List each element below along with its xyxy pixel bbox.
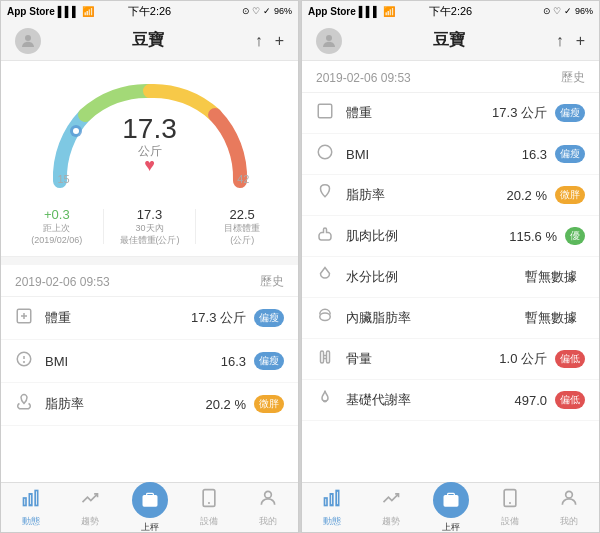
tab-profile-label-left: 我的 (259, 515, 277, 528)
svg-point-2 (73, 128, 79, 134)
bmi-value-left: 16.3 (221, 354, 246, 369)
health-item-right-1[interactable]: BMI 16.3 偏瘦 (302, 134, 599, 175)
status-time-left: 下午2:26 (128, 4, 171, 19)
nav-bar-right: 豆寶 ↑ + (302, 21, 599, 61)
gauge-max-label: 42 (237, 173, 249, 185)
status-time-right: 下午2:26 (429, 4, 472, 19)
muscle-icon-right (316, 225, 340, 247)
tab-profile-right[interactable]: 我的 (540, 488, 599, 528)
health-section-right: 體重 17.3 公斤 偏瘦 BMI 16.3 偏瘦 脂肪率 20.2 % 微胖 (302, 93, 599, 482)
tab-trend-left[interactable]: 趨勢 (60, 488, 119, 528)
share-icon-right[interactable]: ↑ (556, 32, 564, 50)
svg-point-20 (318, 145, 332, 159)
add-icon-right[interactable]: + (576, 32, 585, 50)
stat-item-0: +0.3 距上次(2019/02/06) (11, 207, 103, 246)
stat-label-2: 目標體重(公斤) (196, 223, 288, 246)
bmi-label-right: BMI (340, 147, 522, 162)
svg-rect-9 (23, 498, 26, 506)
health-item-right-5[interactable]: 內臟脂肪率 暫無數據 (302, 298, 599, 339)
svg-point-0 (25, 35, 31, 41)
nav-title-left: 豆寶 (132, 30, 164, 51)
bone-icon-right (316, 348, 340, 370)
visceral-value-right: 暫無數據 (525, 309, 577, 327)
health-item-right-7[interactable]: 基礎代謝率 497.0 偏低 (302, 380, 599, 421)
gauge-value: 17.3 公斤 (122, 115, 177, 160)
health-history-right: 歷史 (561, 69, 585, 86)
tab-activity-right[interactable]: 動態 (302, 488, 361, 528)
fat-value-left: 20.2 % (206, 397, 246, 412)
tab-scale-left[interactable]: 上秤 (120, 482, 179, 534)
stat-value-1: 17.3 (104, 207, 196, 222)
weight-label-left: 體重 (39, 309, 191, 327)
svg-point-32 (566, 491, 573, 498)
tab-bar-left: 動態 趨勢 上秤 設備 (1, 482, 298, 532)
svg-point-8 (24, 362, 25, 363)
tab-devices-right[interactable]: 設備 (480, 488, 539, 528)
bone-label-right: 骨量 (340, 350, 499, 368)
health-item-left-1[interactable]: BMI 16.3 偏瘦 (1, 340, 298, 383)
trend-icon-right (381, 488, 401, 513)
health-header-right: 2019-02-06 09:53 歷史 (302, 61, 599, 93)
tab-scale-label-right: 上秤 (442, 521, 460, 534)
scale-circle-left (132, 482, 168, 518)
left-phone: App Store ▌▌▌ 📶 下午2:26 ⊙ ♡ ✓ 96% 豆寶 ↑ + (0, 0, 299, 533)
svg-rect-19 (318, 104, 332, 118)
health-item-right-4[interactable]: 水分比例 暫無數據 (302, 257, 599, 298)
status-bar-left: App Store ▌▌▌ 📶 下午2:26 ⊙ ♡ ✓ 96% (1, 1, 298, 21)
visceral-icon-right (316, 307, 340, 329)
activity-icon-left (21, 488, 41, 513)
metabolism-label-right: 基礎代謝率 (340, 391, 514, 409)
weight-value-right: 17.3 公斤 (492, 104, 547, 122)
stat-item-1: 17.3 30天內最佳體重(公斤) (104, 207, 196, 246)
fat-value-right: 20.2 % (507, 188, 547, 203)
health-item-left-2[interactable]: 脂肪率 20.2 % 微胖 (1, 383, 298, 426)
nav-bar-left: 豆寶 ↑ + (1, 21, 298, 61)
gauge-number: 17.3 (122, 115, 177, 143)
tab-devices-left[interactable]: 設備 (179, 488, 238, 528)
signal-bars-left: ▌▌▌ (58, 6, 79, 17)
health-date-left: 2019-02-06 09:53 (15, 275, 110, 289)
svg-rect-26 (336, 490, 339, 505)
tab-profile-left[interactable]: 我的 (239, 488, 298, 528)
nav-icons-left: ↑ + (255, 32, 284, 50)
tab-activity-left[interactable]: 動態 (1, 488, 60, 528)
health-section-left: 2019-02-06 09:53 歷史 體重 17.3 公斤 偏瘦 BMI 16… (1, 265, 298, 482)
metabolism-badge-right: 偏低 (555, 391, 585, 409)
visceral-label-right: 內臟脂肪率 (340, 309, 525, 327)
status-bar-right: App Store ▌▌▌ 📶 下午2:26 ⊙ ♡ ✓ 96% (302, 1, 599, 21)
avatar-right[interactable] (316, 28, 342, 54)
gauge-min-label: 15 (58, 173, 70, 185)
tab-scale-right[interactable]: 上秤 (421, 482, 480, 534)
bmi-label-left: BMI (39, 354, 221, 369)
add-icon-left[interactable]: + (275, 32, 284, 50)
signal-bars-right: ▌▌▌ (359, 6, 380, 17)
health-item-right-2[interactable]: 脂肪率 20.2 % 微胖 (302, 175, 599, 216)
profile-icon-left (258, 488, 278, 513)
health-item-left-0[interactable]: 體重 17.3 公斤 偏瘦 (1, 297, 298, 340)
health-item-right-6[interactable]: 骨量 1.0 公斤 偏低 (302, 339, 599, 380)
battery-icons-left: ⊙ ♡ ✓ (242, 6, 271, 16)
muscle-label-right: 肌肉比例 (340, 227, 509, 245)
fat-badge-right: 微胖 (555, 186, 585, 204)
weight-label-right: 體重 (340, 104, 492, 122)
svg-rect-10 (29, 493, 32, 505)
avatar-left[interactable] (15, 28, 41, 54)
stat-label-0: 距上次(2019/02/06) (11, 223, 103, 246)
health-header-left: 2019-02-06 09:53 歷史 (1, 265, 298, 297)
gauge-container: 17.3 公斤 ♥ 15 42 (40, 73, 260, 193)
right-phone: App Store ▌▌▌ 📶 下午2:26 ⊙ ♡ ✓ 96% 豆寶 ↑ + (301, 0, 600, 533)
battery-icons-right: ⊙ ♡ ✓ (543, 6, 572, 16)
nav-icons-right: ↑ + (556, 32, 585, 50)
bmi-badge-right: 偏瘦 (555, 145, 585, 163)
tab-devices-label-left: 設備 (200, 515, 218, 528)
health-item-right-0[interactable]: 體重 17.3 公斤 偏瘦 (302, 93, 599, 134)
scale-circle-right (433, 482, 469, 518)
bone-value-right: 1.0 公斤 (499, 350, 547, 368)
svg-rect-24 (324, 498, 327, 506)
wifi-icon-left: 📶 (82, 6, 94, 17)
weight-icon-right (316, 102, 340, 124)
share-icon-left[interactable]: ↑ (255, 32, 263, 50)
stat-value-0: +0.3 (11, 207, 103, 222)
tab-trend-right[interactable]: 趨勢 (361, 488, 420, 528)
health-item-right-3[interactable]: 肌肉比例 115.6 % 優 (302, 216, 599, 257)
